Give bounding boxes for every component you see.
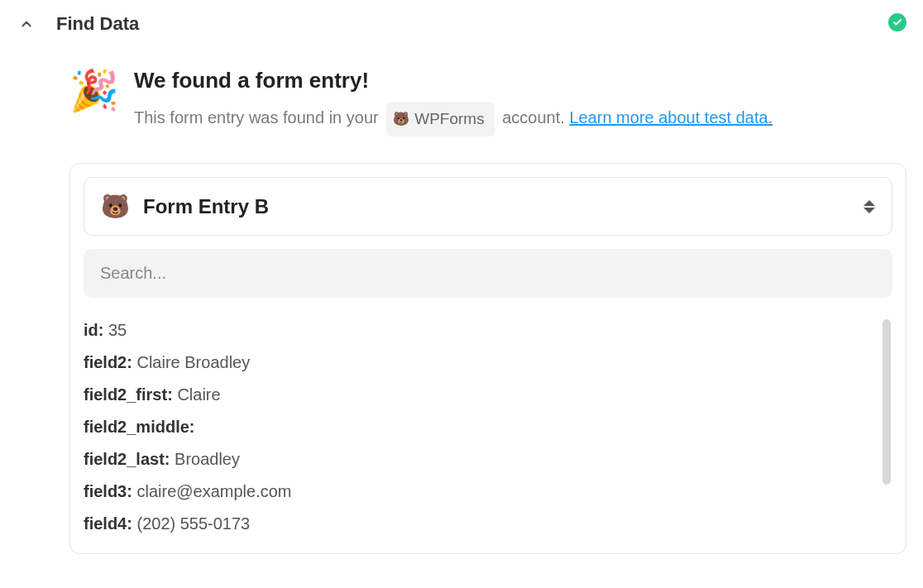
field-row: field2: Claire Broadley [84, 347, 876, 379]
learn-more-link[interactable]: Learn more about test data. [569, 108, 772, 127]
sort-icon [863, 200, 875, 213]
field-row: field2_middle: [84, 411, 876, 443]
found-description: This form entry was found in your 🐻 WPFo… [134, 102, 772, 136]
party-popper-icon: 🎉 [69, 71, 119, 111]
scrollbar-track[interactable] [882, 319, 891, 485]
found-heading: We found a form entry! [134, 68, 772, 93]
dropdown-selected-label: Form Entry B [143, 195, 850, 218]
field-row: field2_first: Claire [84, 379, 876, 411]
field-row: field3: claire@example.com [84, 476, 876, 508]
section-title: Find Data [56, 13, 139, 35]
search-row[interactable] [84, 249, 892, 298]
wpforms-bear-icon: 🐻 [393, 107, 409, 131]
fields-list: id: 35 field2: Claire Broadley field2_fi… [84, 314, 892, 540]
field-row: field2_last: Broadley [84, 443, 876, 476]
wpforms-chip-label: WPForms [414, 104, 484, 134]
wpforms-bear-icon: 🐻 [101, 193, 130, 220]
found-post-text: account. [502, 108, 569, 127]
field-row: id: 35 [84, 314, 876, 347]
collapse-button[interactable] [17, 14, 36, 34]
success-check-icon [888, 13, 906, 31]
field-row: field4: (202) 555-0173 [84, 508, 876, 540]
form-panel: 🐻 Form Entry B id: 35 field2: Claire Bro… [69, 163, 906, 554]
wpforms-chip: 🐻 WPForms [386, 102, 494, 136]
found-pre-text: This form entry was found in your [134, 108, 383, 127]
form-entry-dropdown[interactable]: 🐻 Form Entry B [84, 177, 892, 236]
search-input[interactable] [100, 264, 876, 283]
